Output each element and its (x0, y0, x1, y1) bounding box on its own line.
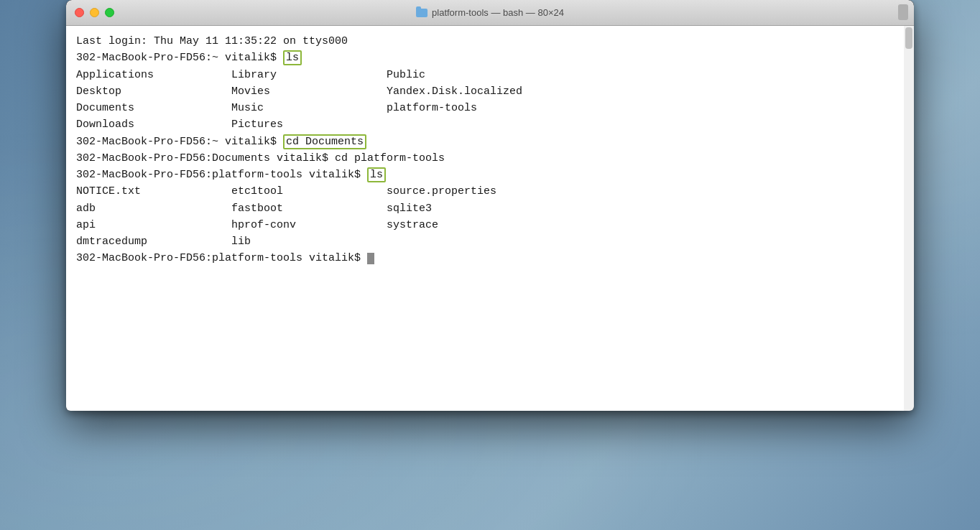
titlebar-scrollbar (898, 4, 908, 20)
highlight-cd: cd Documents (283, 134, 366, 149)
terminal-line-ls1: 302-MacBook-Pro-FD56:~ vitalik$ ls (76, 50, 904, 66)
title-bar: platform-tools — bash — 80×24 (66, 0, 914, 26)
terminal-line-ls2: 302-MacBook-Pro-FD56:platform-tools vita… (76, 167, 904, 183)
terminal-line-dir2: Desktop Movies Yandex.Disk.localized (76, 83, 904, 100)
terminal-scrollbar[interactable] (904, 26, 914, 411)
window-title: platform-tools — bash — 80×24 (416, 7, 564, 18)
terminal-line-pt1: NOTICE.txt etc1tool source.properties (76, 183, 904, 200)
terminal-line-pt3: api hprof-conv systrace (76, 217, 904, 233)
terminal-line-dir1: Applications Library Public (76, 67, 904, 83)
terminal-line-cd: 302-MacBook-Pro-FD56:~ vitalik$ cd Docum… (76, 134, 904, 150)
terminal-line-dir3: Documents Music platform-tools (76, 100, 904, 116)
terminal-cursor (367, 253, 374, 264)
highlight-ls2: ls (367, 167, 386, 182)
minimize-button[interactable] (90, 8, 99, 17)
terminal-line-prompt[interactable]: 302-MacBook-Pro-FD56:platform-tools vita… (76, 250, 904, 266)
terminal-body[interactable]: Last login: Thu May 11 11:35:22 on ttys0… (66, 26, 914, 411)
terminal-line-lastlogin: Last login: Thu May 11 11:35:22 on ttys0… (76, 33, 904, 50)
folder-icon (416, 9, 427, 17)
traffic-lights (75, 8, 114, 17)
scrollbar-thumb[interactable] (905, 27, 912, 49)
terminal-line-pt4: dmtracedump lib (76, 233, 904, 250)
close-button[interactable] (75, 8, 84, 17)
terminal-line-pt2: adb fastboot sqlite3 (76, 200, 904, 217)
highlight-ls1: ls (283, 50, 302, 65)
terminal-window: platform-tools — bash — 80×24 Last login… (66, 0, 914, 411)
maximize-button[interactable] (105, 8, 114, 17)
terminal-line-dir4: Downloads Pictures (76, 116, 904, 133)
terminal-line-cd2: 302-MacBook-Pro-FD56:Documents vitalik$ … (76, 150, 904, 167)
